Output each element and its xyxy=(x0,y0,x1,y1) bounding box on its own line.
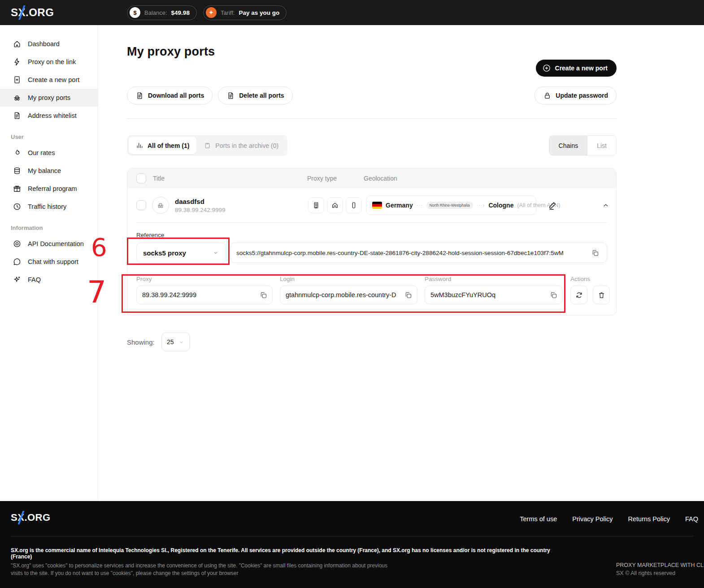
sidebar-item-my-proxy-ports[interactable]: My proxy ports xyxy=(0,89,98,107)
tab-all-of-them[interactable]: All of them (1) xyxy=(129,137,196,154)
copy-icon xyxy=(549,291,558,299)
tariff-label: Tariff: xyxy=(221,9,235,16)
gift-icon xyxy=(13,184,22,193)
sidebar-item-label: Traffic history xyxy=(28,203,66,210)
view-toggle: Chains List xyxy=(549,135,617,156)
login-label: Login xyxy=(280,276,417,282)
balance-label: Balance: xyxy=(144,9,167,16)
password-input[interactable]: 5wM3buzcFYuYRUOq xyxy=(425,285,563,304)
proxy-input[interactable]: 89.38.99.242:9999 xyxy=(136,285,273,304)
plus-circle-icon xyxy=(542,64,551,73)
sidebar-item-faq[interactable]: FAQ xyxy=(0,271,98,289)
file-plus-icon xyxy=(13,75,22,84)
geolocation-chain[interactable]: Germany ··· North Rhine-Westphalia ···› … xyxy=(366,195,536,215)
copy-icon xyxy=(259,291,268,299)
sidebar-item-traffic-history[interactable]: Traffic history xyxy=(0,198,98,216)
pencil-icon xyxy=(548,200,558,210)
residential-proxy-button[interactable] xyxy=(327,197,343,213)
sidebar-item-my-balance[interactable]: My balance xyxy=(0,162,98,180)
sidebar-item-referral-program[interactable]: Referral program xyxy=(0,180,98,198)
actions-group: Actions xyxy=(570,276,610,304)
footer: SX.ORG Terms of use Privacy Policy Retur… xyxy=(0,501,704,588)
edit-port-button[interactable] xyxy=(548,200,558,210)
copy-password-button[interactable] xyxy=(548,291,560,299)
sidebar-item-our-rates[interactable]: Our rates xyxy=(0,144,98,162)
annotation-step-7: 7 xyxy=(87,277,106,307)
sidebar-item-label: Our rates xyxy=(28,149,55,156)
reference-url: socks5://gtahnmulcp-corp.mobile.res-coun… xyxy=(233,250,589,256)
chevron-up-icon xyxy=(602,201,610,209)
dollar-icon: $ xyxy=(130,7,140,18)
row-checkbox[interactable] xyxy=(136,200,146,210)
copy-url-button[interactable] xyxy=(589,249,601,257)
column-title: Title xyxy=(153,175,165,182)
footer-link-faq[interactable]: FAQ xyxy=(685,515,698,523)
download-all-ports-button[interactable]: Download all ports xyxy=(127,86,213,104)
chat-icon xyxy=(13,257,22,266)
sidebar-section-user: User xyxy=(11,134,98,140)
sidebar-item-label: Chat with support xyxy=(28,258,78,265)
footer-right-block: PROXY MARKETPLACE WITH CLEAN SX © All ri… xyxy=(616,562,704,576)
sidebar-item-label: My balance xyxy=(28,167,61,174)
delete-all-ports-button[interactable]: Delete all ports xyxy=(218,86,292,104)
main-content: My proxy ports Create a new port Downloa… xyxy=(98,25,704,501)
protocol-select[interactable]: socks5 proxy xyxy=(136,242,226,263)
copy-proxy-button[interactable] xyxy=(257,291,269,299)
sidebar: Dashboard Proxy on the link Create a new… xyxy=(0,25,98,501)
page-title: My proxy ports xyxy=(127,25,617,59)
footer-link-terms[interactable]: Terms of use xyxy=(520,515,557,523)
topbar: SX.ORG $ Balance: $49.98 ✦ Tariff: Pay a… xyxy=(0,0,704,25)
copy-login-button[interactable] xyxy=(402,291,414,299)
germany-flag-icon xyxy=(372,202,382,209)
sidebar-item-dashboard[interactable]: Dashboard xyxy=(0,35,98,53)
balance-pill[interactable]: $ Balance: $49.98 xyxy=(127,5,197,20)
mobile-proxy-button[interactable] xyxy=(346,197,362,213)
sidebar-item-address-whitelist[interactable]: Address whitelist xyxy=(0,107,98,125)
tab-ports-archive[interactable]: Ports in the archive (0) xyxy=(196,137,286,154)
annotation-step-6: 6 xyxy=(91,235,107,260)
geo-country: Germany xyxy=(386,202,413,209)
create-new-port-button[interactable]: Create a new port xyxy=(536,60,617,77)
showing-label: Showing: xyxy=(127,338,155,346)
tariff-pill[interactable]: ✦ Tariff: Pay as you go xyxy=(203,5,287,20)
view-list-button[interactable]: List xyxy=(587,136,616,155)
footer-link-privacy[interactable]: Privacy Policy xyxy=(572,515,613,523)
delete-port-button[interactable] xyxy=(593,285,610,304)
select-all-checkbox[interactable] xyxy=(136,173,146,183)
sidebar-item-api-documentation[interactable]: API Documentation xyxy=(0,235,98,253)
port-title: daasdfsd xyxy=(175,198,226,205)
page-size-select[interactable]: 25 xyxy=(161,333,190,351)
rotate-credentials-button[interactable] xyxy=(570,285,587,304)
balance-value: $49.98 xyxy=(171,9,190,16)
sidebar-item-proxy-on-link[interactable]: Proxy on the link xyxy=(0,53,98,71)
collapse-row-button[interactable] xyxy=(602,201,610,209)
logo-x-accent: X xyxy=(18,6,26,19)
logo-x-accent: X xyxy=(17,512,24,523)
login-input[interactable]: gtahnmulcp-corp.mobile.res-country-D xyxy=(280,285,417,304)
sidebar-item-label: Referral program xyxy=(28,185,77,192)
api-icon xyxy=(13,239,22,248)
sidebar-item-label: FAQ xyxy=(28,276,41,283)
sidebar-item-label: Dashboard xyxy=(28,40,60,48)
chevron-down-icon xyxy=(212,249,219,256)
column-proxy-type: Proxy type xyxy=(307,175,337,182)
proxy-field: Proxy 89.38.99.242:9999 xyxy=(136,276,273,304)
sx-logo[interactable]: SX.ORG xyxy=(11,6,54,19)
tariff-value: Pay as you go xyxy=(239,9,279,16)
sidebar-item-create-port[interactable]: Create a new port xyxy=(0,71,98,89)
bar-chart-icon xyxy=(136,142,143,149)
row-expanded-panel: Reference socks5 proxy socks5://gtahnmul… xyxy=(127,223,616,315)
footer-link-returns[interactable]: Returns Policy xyxy=(628,515,670,523)
view-chains-button[interactable]: Chains xyxy=(549,136,588,155)
sidebar-item-chat-support[interactable]: Chat with support xyxy=(0,253,98,271)
reference-url-field[interactable]: socks5://gtahnmulcp-corp.mobile.res-coun… xyxy=(230,242,607,263)
port-address: 89.38.99.242:9999 xyxy=(175,207,226,213)
sidebar-item-label: Proxy on the link xyxy=(28,58,76,65)
download-doc-icon xyxy=(135,91,144,100)
datacenter-proxy-button[interactable] xyxy=(308,197,324,213)
spy-avatar-icon xyxy=(156,201,165,210)
refresh-icon xyxy=(575,291,583,299)
footer-sx-logo[interactable]: SX.ORG xyxy=(11,512,51,523)
sidebar-item-label: Create a new port xyxy=(28,76,79,83)
update-password-button[interactable]: Update password xyxy=(535,86,617,104)
